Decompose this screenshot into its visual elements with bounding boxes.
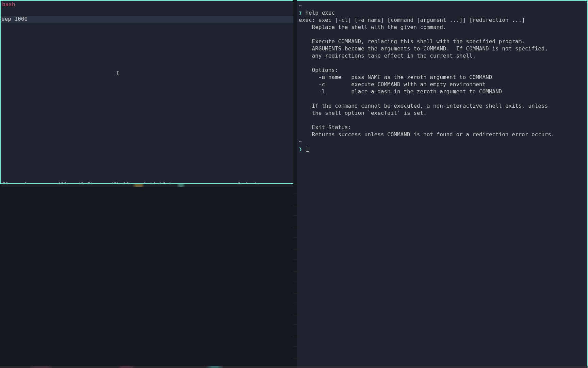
help-output-line [299, 117, 585, 124]
help-output-line: -l place a dash in the zeroth argument t… [299, 89, 585, 96]
editor-status-bar: F1 a.sh All (3,5) (Shell-script[sh] hs y… [1, 175, 294, 183]
statusbar-left-marker: F1 [2, 181, 9, 183]
help-output-line: Replace the shell with the given command… [299, 24, 585, 31]
terminal-cursor-icon [306, 146, 309, 152]
left-column: bash eep 1000 I F1 a.sh All (3,5) (Shell… [0, 0, 295, 368]
help-output-line: any redirections take effect in the curr… [299, 53, 585, 60]
term-command-1: help exec [305, 10, 335, 16]
help-output-line: the shell option `execfail' is set. [299, 110, 585, 117]
term-prompt-line-2[interactable]: ❯ [299, 146, 585, 153]
editor-shebang-line: bash [1, 1, 294, 9]
editor-pane[interactable]: bash eep 1000 I F1 a.sh All (3,5) (Shell… [0, 0, 295, 184]
editor-body[interactable]: eep 1000 I [1, 9, 294, 172]
editor-line-3-current: eep 1000 [1, 16, 294, 23]
help-output-line: Options: [299, 67, 585, 74]
help-output-line: exec: exec [-cl] [-a name] [command [arg… [299, 17, 585, 24]
gutter-decoration [293, 184, 297, 368]
bottom-left-pane[interactable] [0, 184, 295, 368]
editor-line-2 [1, 9, 294, 16]
text-cursor-icon: I [116, 70, 119, 77]
term-pwd-tilde-2: ~ [299, 139, 585, 146]
help-output-line [299, 31, 585, 39]
help-output-line: -a name pass NAME as the zeroth argument… [299, 74, 585, 81]
right-terminal-pane[interactable]: ~ ❯ help exec exec: exec [-cl] [-a name]… [297, 0, 588, 368]
statusbar-modes: (Shell-script[sh] hs yas company counsel… [110, 181, 258, 183]
help-output-line: If the command cannot be executed, a non… [299, 103, 585, 110]
statusbar-scroll: All [58, 181, 68, 183]
editor-inner: bash eep 1000 I F1 a.sh All (3,5) (Shell… [1, 1, 294, 183]
bottom-left-titlebar-sliver [1, 184, 293, 187]
vertical-split-gutter[interactable] [293, 0, 297, 368]
help-output-line: Returns success unless COMMAND is not fo… [299, 132, 585, 139]
statusbar-filename: a.sh [15, 181, 29, 183]
desktop-taskbar-sliver [0, 366, 588, 368]
prompt-icon: ❯ [299, 10, 302, 16]
statusbar-cursor-pos: (3,5) [78, 181, 94, 183]
help-output-line: -c execute COMMAND with an empty environ… [299, 81, 585, 89]
prompt-icon: ❯ [299, 146, 302, 152]
help-output-line: Exit Status: [299, 124, 585, 132]
term-pwd-tilde-1: ~ [299, 3, 585, 10]
term-prompt-line-1: ❯ help exec [299, 10, 585, 17]
help-output-line: ARGUMENTS become the arguments to COMMAN… [299, 46, 585, 53]
help-output-line [299, 60, 585, 67]
desktop-root: bash eep 1000 I F1 a.sh All (3,5) (Shell… [0, 0, 588, 368]
right-terminal-inner: ~ ❯ help exec exec: exec [-cl] [-a name]… [299, 3, 585, 153]
help-output-line [299, 96, 585, 103]
statusbar-dashes: ---------------------------- [258, 181, 294, 183]
help-output-line: Execute COMMAND, replacing this shell wi… [299, 39, 585, 46]
